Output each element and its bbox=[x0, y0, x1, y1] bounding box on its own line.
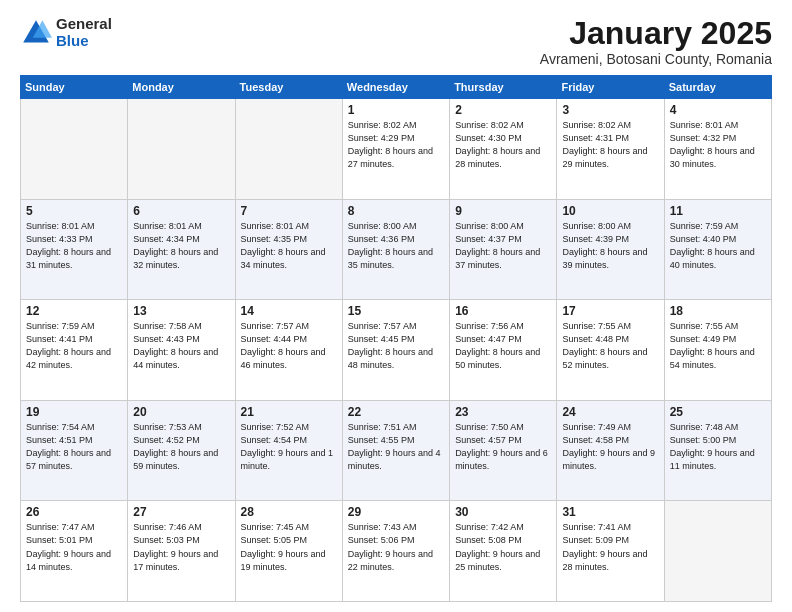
table-row: 10Sunrise: 8:00 AM Sunset: 4:39 PM Dayli… bbox=[557, 199, 664, 300]
table-row: 4Sunrise: 8:01 AM Sunset: 4:32 PM Daylig… bbox=[664, 99, 771, 200]
day-number: 12 bbox=[26, 304, 122, 318]
calendar-week-row: 19Sunrise: 7:54 AM Sunset: 4:51 PM Dayli… bbox=[21, 400, 772, 501]
table-row: 27Sunrise: 7:46 AM Sunset: 5:03 PM Dayli… bbox=[128, 501, 235, 602]
table-row: 21Sunrise: 7:52 AM Sunset: 4:54 PM Dayli… bbox=[235, 400, 342, 501]
calendar-week-row: 1Sunrise: 8:02 AM Sunset: 4:29 PM Daylig… bbox=[21, 99, 772, 200]
day-info: Sunrise: 8:01 AM Sunset: 4:33 PM Dayligh… bbox=[26, 220, 122, 272]
day-number: 14 bbox=[241, 304, 337, 318]
header-monday: Monday bbox=[128, 76, 235, 99]
table-row bbox=[21, 99, 128, 200]
day-number: 25 bbox=[670, 405, 766, 419]
table-row: 25Sunrise: 7:48 AM Sunset: 5:00 PM Dayli… bbox=[664, 400, 771, 501]
day-number: 6 bbox=[133, 204, 229, 218]
logo-text: General Blue bbox=[56, 16, 112, 49]
day-info: Sunrise: 7:56 AM Sunset: 4:47 PM Dayligh… bbox=[455, 320, 551, 372]
table-row: 23Sunrise: 7:50 AM Sunset: 4:57 PM Dayli… bbox=[450, 400, 557, 501]
day-info: Sunrise: 7:53 AM Sunset: 4:52 PM Dayligh… bbox=[133, 421, 229, 473]
table-row: 31Sunrise: 7:41 AM Sunset: 5:09 PM Dayli… bbox=[557, 501, 664, 602]
table-row: 11Sunrise: 7:59 AM Sunset: 4:40 PM Dayli… bbox=[664, 199, 771, 300]
calendar-table: Sunday Monday Tuesday Wednesday Thursday… bbox=[20, 75, 772, 602]
table-row: 28Sunrise: 7:45 AM Sunset: 5:05 PM Dayli… bbox=[235, 501, 342, 602]
day-info: Sunrise: 7:55 AM Sunset: 4:49 PM Dayligh… bbox=[670, 320, 766, 372]
table-row bbox=[128, 99, 235, 200]
table-row bbox=[235, 99, 342, 200]
table-row: 3Sunrise: 8:02 AM Sunset: 4:31 PM Daylig… bbox=[557, 99, 664, 200]
table-row: 16Sunrise: 7:56 AM Sunset: 4:47 PM Dayli… bbox=[450, 300, 557, 401]
table-row: 14Sunrise: 7:57 AM Sunset: 4:44 PM Dayli… bbox=[235, 300, 342, 401]
table-row: 9Sunrise: 8:00 AM Sunset: 4:37 PM Daylig… bbox=[450, 199, 557, 300]
table-row: 19Sunrise: 7:54 AM Sunset: 4:51 PM Dayli… bbox=[21, 400, 128, 501]
table-row bbox=[664, 501, 771, 602]
logo-icon bbox=[20, 17, 52, 49]
day-number: 15 bbox=[348, 304, 444, 318]
day-number: 7 bbox=[241, 204, 337, 218]
day-number: 29 bbox=[348, 505, 444, 519]
weekday-header-row: Sunday Monday Tuesday Wednesday Thursday… bbox=[21, 76, 772, 99]
day-number: 19 bbox=[26, 405, 122, 419]
header-tuesday: Tuesday bbox=[235, 76, 342, 99]
header-thursday: Thursday bbox=[450, 76, 557, 99]
day-info: Sunrise: 7:55 AM Sunset: 4:48 PM Dayligh… bbox=[562, 320, 658, 372]
table-row: 30Sunrise: 7:42 AM Sunset: 5:08 PM Dayli… bbox=[450, 501, 557, 602]
header-sunday: Sunday bbox=[21, 76, 128, 99]
day-number: 4 bbox=[670, 103, 766, 117]
day-number: 17 bbox=[562, 304, 658, 318]
day-number: 28 bbox=[241, 505, 337, 519]
day-info: Sunrise: 7:43 AM Sunset: 5:06 PM Dayligh… bbox=[348, 521, 444, 573]
day-number: 22 bbox=[348, 405, 444, 419]
day-info: Sunrise: 8:02 AM Sunset: 4:31 PM Dayligh… bbox=[562, 119, 658, 171]
table-row: 1Sunrise: 8:02 AM Sunset: 4:29 PM Daylig… bbox=[342, 99, 449, 200]
table-row: 18Sunrise: 7:55 AM Sunset: 4:49 PM Dayli… bbox=[664, 300, 771, 401]
day-number: 21 bbox=[241, 405, 337, 419]
day-number: 9 bbox=[455, 204, 551, 218]
day-number: 13 bbox=[133, 304, 229, 318]
day-number: 18 bbox=[670, 304, 766, 318]
day-info: Sunrise: 7:45 AM Sunset: 5:05 PM Dayligh… bbox=[241, 521, 337, 573]
table-row: 12Sunrise: 7:59 AM Sunset: 4:41 PM Dayli… bbox=[21, 300, 128, 401]
calendar-week-row: 5Sunrise: 8:01 AM Sunset: 4:33 PM Daylig… bbox=[21, 199, 772, 300]
day-number: 5 bbox=[26, 204, 122, 218]
day-info: Sunrise: 8:01 AM Sunset: 4:34 PM Dayligh… bbox=[133, 220, 229, 272]
day-number: 30 bbox=[455, 505, 551, 519]
day-info: Sunrise: 7:47 AM Sunset: 5:01 PM Dayligh… bbox=[26, 521, 122, 573]
day-info: Sunrise: 7:51 AM Sunset: 4:55 PM Dayligh… bbox=[348, 421, 444, 473]
table-row: 7Sunrise: 8:01 AM Sunset: 4:35 PM Daylig… bbox=[235, 199, 342, 300]
table-row: 6Sunrise: 8:01 AM Sunset: 4:34 PM Daylig… bbox=[128, 199, 235, 300]
day-info: Sunrise: 7:52 AM Sunset: 4:54 PM Dayligh… bbox=[241, 421, 337, 473]
header-wednesday: Wednesday bbox=[342, 76, 449, 99]
table-row: 15Sunrise: 7:57 AM Sunset: 4:45 PM Dayli… bbox=[342, 300, 449, 401]
table-row: 20Sunrise: 7:53 AM Sunset: 4:52 PM Dayli… bbox=[128, 400, 235, 501]
day-info: Sunrise: 7:48 AM Sunset: 5:00 PM Dayligh… bbox=[670, 421, 766, 473]
calendar-location: Avrameni, Botosani County, Romania bbox=[540, 51, 772, 67]
day-info: Sunrise: 7:49 AM Sunset: 4:58 PM Dayligh… bbox=[562, 421, 658, 473]
day-number: 11 bbox=[670, 204, 766, 218]
table-row: 22Sunrise: 7:51 AM Sunset: 4:55 PM Dayli… bbox=[342, 400, 449, 501]
day-number: 3 bbox=[562, 103, 658, 117]
table-row: 13Sunrise: 7:58 AM Sunset: 4:43 PM Dayli… bbox=[128, 300, 235, 401]
table-row: 29Sunrise: 7:43 AM Sunset: 5:06 PM Dayli… bbox=[342, 501, 449, 602]
header: General Blue January 2025 Avrameni, Boto… bbox=[20, 16, 772, 67]
day-number: 20 bbox=[133, 405, 229, 419]
day-number: 24 bbox=[562, 405, 658, 419]
day-number: 27 bbox=[133, 505, 229, 519]
calendar-week-row: 26Sunrise: 7:47 AM Sunset: 5:01 PM Dayli… bbox=[21, 501, 772, 602]
day-info: Sunrise: 7:54 AM Sunset: 4:51 PM Dayligh… bbox=[26, 421, 122, 473]
day-number: 31 bbox=[562, 505, 658, 519]
table-row: 2Sunrise: 8:02 AM Sunset: 4:30 PM Daylig… bbox=[450, 99, 557, 200]
table-row: 8Sunrise: 8:00 AM Sunset: 4:36 PM Daylig… bbox=[342, 199, 449, 300]
day-info: Sunrise: 7:58 AM Sunset: 4:43 PM Dayligh… bbox=[133, 320, 229, 372]
logo: General Blue bbox=[20, 16, 112, 49]
day-info: Sunrise: 8:02 AM Sunset: 4:29 PM Dayligh… bbox=[348, 119, 444, 171]
calendar-week-row: 12Sunrise: 7:59 AM Sunset: 4:41 PM Dayli… bbox=[21, 300, 772, 401]
day-info: Sunrise: 7:57 AM Sunset: 4:45 PM Dayligh… bbox=[348, 320, 444, 372]
day-info: Sunrise: 7:50 AM Sunset: 4:57 PM Dayligh… bbox=[455, 421, 551, 473]
day-info: Sunrise: 8:02 AM Sunset: 4:30 PM Dayligh… bbox=[455, 119, 551, 171]
day-info: Sunrise: 7:41 AM Sunset: 5:09 PM Dayligh… bbox=[562, 521, 658, 573]
day-info: Sunrise: 7:42 AM Sunset: 5:08 PM Dayligh… bbox=[455, 521, 551, 573]
day-number: 26 bbox=[26, 505, 122, 519]
title-block: January 2025 Avrameni, Botosani County, … bbox=[540, 16, 772, 67]
day-number: 10 bbox=[562, 204, 658, 218]
day-number: 1 bbox=[348, 103, 444, 117]
day-info: Sunrise: 7:46 AM Sunset: 5:03 PM Dayligh… bbox=[133, 521, 229, 573]
header-saturday: Saturday bbox=[664, 76, 771, 99]
